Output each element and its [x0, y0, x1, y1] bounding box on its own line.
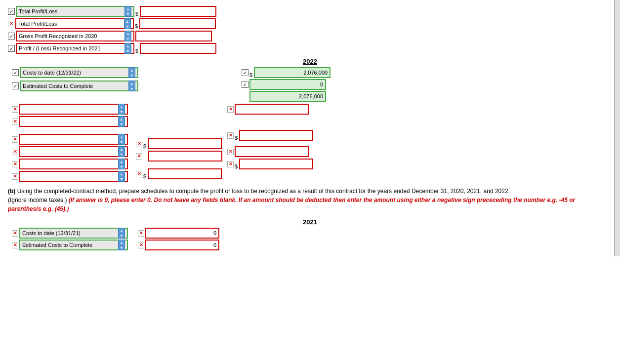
stepper-up-3[interactable]: ▲	[125, 31, 131, 36]
x-btn-mr-4[interactable]: ✕	[227, 161, 234, 167]
mid-center-row-2: ✕	[136, 151, 222, 162]
close-btn-2[interactable]: ✕	[8, 21, 14, 27]
part-b-label: (b)	[8, 188, 15, 195]
stepper-ml-e[interactable]: ▲ ▼	[118, 159, 125, 169]
2022-est-stepper[interactable]: ▲ ▼	[128, 81, 135, 91]
mid-right-input-4[interactable]	[239, 159, 313, 169]
x-btn-ml-d[interactable]: ✕	[12, 149, 18, 155]
dollar-sign-2: $	[135, 23, 138, 29]
2022-costs-row: Costs to date (12/31/22) ▲ ▼	[12, 67, 145, 78]
2022-val1-checkbox[interactable]	[242, 69, 248, 76]
instruction-line2: (Ignore income taxes.)	[8, 197, 69, 203]
2022-costs-stepper[interactable]: ▲ ▼	[128, 67, 135, 78]
mid-left-row-b: ✕ ▲ ▼	[12, 116, 128, 127]
x-btn-mc-2[interactable]: ✕	[136, 153, 142, 160]
mid-right-input-2[interactable]	[239, 130, 313, 141]
x-btn-mr-2[interactable]: ✕	[227, 132, 234, 139]
stepper-ml-d[interactable]: ▲ ▼	[118, 146, 125, 157]
value-input-3[interactable]	[135, 31, 212, 41]
x-btn-mr-3[interactable]: ✕	[227, 149, 234, 155]
dollar-sign-v1: $	[249, 72, 252, 78]
2022-value-1[interactable]: 2,076,000	[254, 67, 331, 78]
stepper-1[interactable]: ▲ ▼	[124, 6, 131, 17]
scrollbar[interactable]	[614, 0, 620, 256]
2022-value-3[interactable]: 2,076,000	[249, 91, 326, 102]
2021-costs-stepper[interactable]: ▲ ▼	[118, 228, 125, 239]
2021-costs-val-row: ✕	[138, 228, 219, 239]
mid-center-input-2[interactable]	[148, 151, 222, 162]
instruction-warning: (If answer is 0, please enter 0. Do not …	[8, 197, 575, 212]
stepper-3[interactable]: ▲ ▼	[124, 31, 131, 41]
x-btn-ml-e[interactable]: ✕	[12, 161, 18, 167]
mid-right-input-3[interactable]	[235, 146, 309, 157]
2021-est-row: ✕ Estimated Costs to Complete ▲ ▼	[12, 240, 128, 250]
2022-val2-checkbox[interactable]	[242, 81, 248, 88]
stepper-up-4[interactable]: ▲	[125, 43, 131, 48]
stepper-up-1[interactable]: ▲	[125, 6, 131, 11]
2022-costs-checkbox[interactable]	[12, 69, 19, 76]
2021-costs-val-xbtn[interactable]: ✕	[138, 230, 144, 237]
2021-est-val-row: ✕	[138, 240, 219, 250]
section-2022-header: 2022	[8, 58, 612, 65]
2021-costs-row: ✕ Costs to date (12/31/21) ▲ ▼	[12, 228, 128, 239]
mid-left-row-e: ✕ ▲ ▼	[12, 159, 128, 169]
mid-left-row-c: ✕ ▲ ▼	[12, 134, 128, 145]
mid-right-row-4: ✕ $	[227, 159, 313, 169]
x-btn-mc-1[interactable]: ✕	[136, 141, 142, 147]
stepper-down-2[interactable]: ▼	[124, 24, 130, 29]
x-btn-ml-c[interactable]: ✕	[12, 136, 18, 143]
mid-right-row-3: ✕	[227, 146, 313, 157]
mid-center-input-3[interactable]	[148, 168, 222, 179]
2021-costs-xbtn[interactable]: ✕	[12, 230, 18, 237]
stepper-ml-b[interactable]: ▲ ▼	[118, 116, 125, 127]
stepper-up-2[interactable]: ▲	[124, 19, 130, 24]
checkbox-3[interactable]	[8, 33, 15, 40]
mid-left-row-f: ✕ ▲ ▼	[12, 171, 128, 182]
2022-value-2[interactable]: 0	[249, 79, 326, 90]
stepper-ml-f[interactable]: ▲ ▼	[118, 171, 125, 182]
stepper-down-4[interactable]: ▼	[125, 48, 131, 53]
stepper-ml-c[interactable]: ▲ ▼	[118, 134, 125, 145]
top-row-1: Total Profit/Loss ▲ ▼ $	[8, 6, 612, 17]
mid-right-row-2: ✕ $	[227, 130, 313, 141]
x-btn-mr-1[interactable]: ✕	[227, 106, 234, 113]
2021-est-stepper[interactable]: ▲ ▼	[118, 240, 125, 250]
stepper-down-3[interactable]: ▼	[125, 36, 131, 41]
top-row-2: ✕ Total Profit/Loss ▲ ▼ $	[8, 18, 612, 29]
mid-right-input-1[interactable]	[235, 104, 309, 115]
2021-est-xbtn[interactable]: ✕	[12, 242, 18, 248]
2021-costs-label: Costs to date (12/31/21)	[22, 230, 81, 236]
label-profit-loss-2021: Profit / (Loss) Recognized in 2021	[19, 45, 101, 51]
stepper-4[interactable]: ▲ ▼	[124, 43, 131, 54]
dollar-sign-1: $	[135, 11, 138, 17]
instruction-block: (b) Using the completed-contract method,…	[8, 187, 601, 213]
2021-est-val-xbtn[interactable]: ✕	[138, 242, 144, 248]
mid-center-row-1: ✕ $	[136, 138, 222, 149]
2022-est-checkbox[interactable]	[12, 82, 19, 89]
stepper-2[interactable]: ▲ ▼	[124, 18, 131, 29]
mid-center-row-3: ✕ $	[136, 168, 222, 179]
top-row-4: Profit / (Loss) Recognized in 2021 ▲ ▼ $	[8, 43, 612, 54]
value-input-2[interactable]	[139, 18, 216, 29]
instruction-main: Using the completed-contract method, pre…	[17, 188, 510, 195]
value-input-1[interactable]	[140, 6, 216, 17]
checkbox-4[interactable]	[8, 45, 15, 52]
checkbox-1[interactable]	[8, 8, 15, 15]
mid-right-row-1: ✕	[227, 104, 313, 115]
2021-est-val-input[interactable]	[145, 240, 219, 250]
2022-costs-label: Costs to date (12/31/22)	[23, 70, 81, 76]
x-btn-ml-f[interactable]: ✕	[12, 173, 18, 180]
x-btn-ml-b[interactable]: ✕	[12, 119, 18, 125]
mid-center-input-1[interactable]	[148, 138, 222, 149]
mid-left-row-a: ✕ ▲ ▼	[12, 104, 128, 115]
label-total-profitloss-2: Total Profit/Loss	[18, 21, 57, 27]
dollar-sign-4: $	[135, 48, 138, 54]
stepper-ml-a[interactable]: ▲ ▼	[118, 104, 125, 115]
value-input-4[interactable]	[140, 43, 216, 54]
x-btn-ml-a[interactable]: ✕	[12, 106, 18, 113]
2021-costs-val-input[interactable]	[145, 228, 219, 239]
2022-est-row: Estimated Costs to Complete ▲ ▼	[12, 81, 145, 91]
stepper-down-1[interactable]: ▼	[125, 11, 131, 16]
2022-est-label: Estimated Costs to Complete	[23, 83, 93, 89]
x-btn-mc-3[interactable]: ✕	[136, 171, 142, 177]
